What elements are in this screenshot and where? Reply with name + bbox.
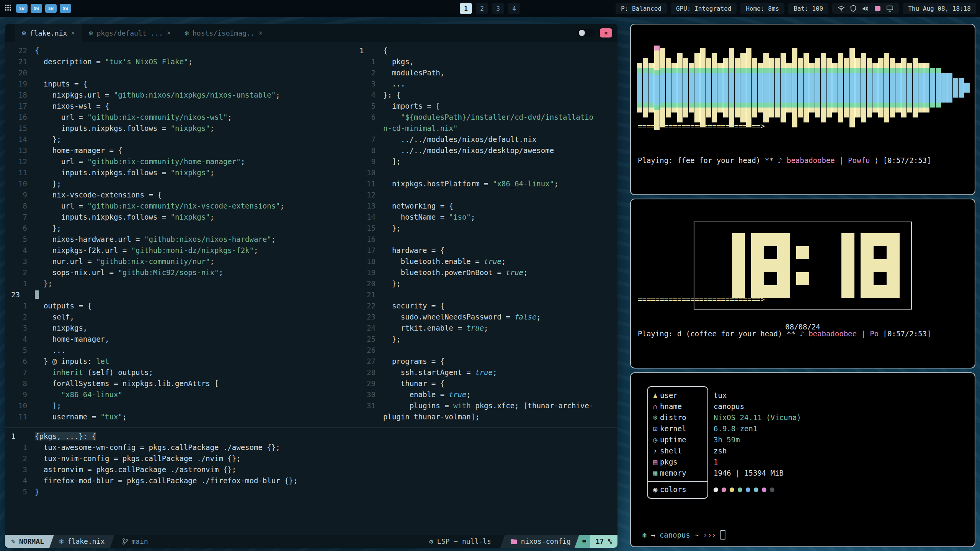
line-number: 15 [353,223,383,234]
code-line: 1{pkgs, ...}: { [5,431,617,442]
terminal-cursor[interactable] [720,530,725,540]
screenshot-icon[interactable] [874,6,881,11]
code-line: 13 networking = { [353,201,617,212]
code-text: astronvim = pkgs.callPackage ./astronvim… [35,464,236,475]
code-text: nixpkgs.url = "github:nixos/nixpkgs/nixo… [35,90,280,101]
tab-hosts-isoimag-[interactable]: ❄hosts/isoImag..× [178,24,270,42]
workspace-tag[interactable]: SW [45,4,57,13]
home-icon: ⌂ [647,401,660,412]
prompt-part: ~ [694,531,699,539]
toggle-switch[interactable] [578,29,595,37]
code-text: nixpkgs.hostPlatform = "x86_64-linux"; [383,178,559,189]
code-text: hardware = { [383,245,444,256]
mode-indicator: ✎ NORMAL [5,535,54,548]
status-chip[interactable]: Bat: 100 [788,3,828,14]
code-text: outputs = { [35,300,92,311]
shell-prompt[interactable]: ❄→canopus~››› [642,530,725,540]
code-line: 6 }; [5,223,353,234]
workspace-button-2[interactable]: 2 [476,3,488,14]
line-number: 7 [5,212,35,223]
code-line: 4 nixpkgs-f2k.url = "github:moni-dz/nixp… [5,245,353,256]
code-text: }; [35,278,52,289]
clock-chip[interactable]: Thu Aug 08, 18:18 [903,3,976,14]
code-text: home-manager = { [35,145,122,156]
color-dots [714,487,774,492]
statusline: ✎ NORMAL ❄ flake.nix main ⚙ LSP ~ [5,535,617,548]
code-line: 1 tux-awesome-wm-config = pkgs.callPacka… [5,442,617,453]
line-number: 3 [5,323,35,334]
music-note-icon: ♪ [800,329,808,338]
code-line: 29 thunar = { [353,378,617,389]
apps-grid-icon[interactable] [5,4,11,13]
line-number: 4 [5,475,35,486]
close-window-button[interactable]: × [600,28,612,37]
workspace-button-3[interactable]: 3 [492,3,504,14]
tab-pkgs-default-[interactable]: ❄pkgs/default ...× [82,24,178,42]
fetch-label: memory [660,468,702,479]
line-number: 2 [353,67,383,78]
code-pane-bottom[interactable]: 1{pkgs, ...}: {1 tux-awesome-wm-config =… [5,427,617,535]
prompt-part: ››› [703,531,716,539]
line-number: 4 [5,334,35,345]
code-line: 4 home-manager, [5,334,353,345]
code-text: url = "github:nix-community/nixos-wsl"; [35,112,232,123]
workspace-button-1[interactable]: 1 [460,3,472,14]
code-line: 2 self, [5,311,353,323]
code-text: inputs.nixpkgs.follows = "nixpkgs"; [35,212,214,223]
line-number: 12 [5,156,35,167]
tab-close-icon[interactable]: × [259,29,263,37]
line-number: 24 [353,323,383,334]
user-icon: ♟ [647,390,660,401]
color-dot [762,487,766,492]
nix-icon: ❄ [22,29,26,37]
color-dot [770,487,774,492]
line-number: 17 [353,245,383,256]
code-text: }; [383,278,401,289]
color-dot [754,487,758,492]
workspace-tag[interactable]: SW [60,4,71,13]
line-number: 4 [5,245,35,256]
line-number: 7 [353,134,383,145]
fetch-value: 1 [714,456,718,468]
code-pane-right[interactable]: 1{1 pkgs,2 modulesPath,3 ...4}: {5 impor… [353,42,617,427]
display-icon[interactable] [886,5,893,12]
pkgs-icon: ▤ [647,456,660,468]
code-text: nixos-hardware.url = "github:nixos/nixos… [35,234,276,245]
status-chip[interactable]: P: Balanced [616,3,667,14]
tab-close-icon[interactable]: × [167,29,171,37]
workspace-tag[interactable]: SW [31,4,42,13]
clock-footer: ============================> Playing: d… [638,271,968,362]
git-branch[interactable]: main [114,535,148,548]
code-text: self, [35,311,74,323]
code-line: 15 inputs.nixpkgs.follows = "nixpkgs"; [5,123,353,134]
status-chip[interactable]: Home: 8ms [740,3,784,14]
branch-name: main [131,535,148,548]
line-number: 27 [353,356,383,367]
fetch-value: canopus [714,401,744,412]
workspace-button-4[interactable]: 4 [508,3,520,14]
line-number: 1 [5,300,35,311]
tab-close-icon[interactable]: × [71,29,75,37]
memory-icon: ▦ [647,468,660,479]
line-number: 14 [353,212,383,223]
code-pane-left[interactable]: 22{21 description = "tux's NixOS Flake";… [5,42,353,427]
code-line: 7 ../../modules/nixos/default.nix [353,134,617,145]
fetch-label: hname [660,401,702,412]
now-playing: Playing: ffee for your head) ** ♪ beabad… [638,155,968,166]
separator-line: ============================> [638,120,968,132]
line-number: 1 [353,45,383,56]
kernel-icon: ⊡ [647,423,660,434]
shield-icon[interactable] [850,5,856,12]
code-line: 17 nixos-wsl = { [5,101,353,112]
status-chip[interactable]: GPU: Integrated [671,3,737,14]
visualizer-window: ============================> Playing: f… [630,24,975,195]
code-text: programs = { [383,356,444,367]
code-text: inputs.nixpkgs.follows = "nixpkgs"; [35,123,214,134]
tab-flake-nix[interactable]: ❄flake.nix× [15,24,82,42]
workspace-tag[interactable]: SW [16,4,28,13]
wifi-icon[interactable] [838,5,845,12]
line-number: 17 [5,101,35,112]
workspace-tags: SWSWSWSW [16,4,71,13]
project-chip[interactable]: nixos-config [500,535,579,548]
volume-icon[interactable] [862,5,869,12]
